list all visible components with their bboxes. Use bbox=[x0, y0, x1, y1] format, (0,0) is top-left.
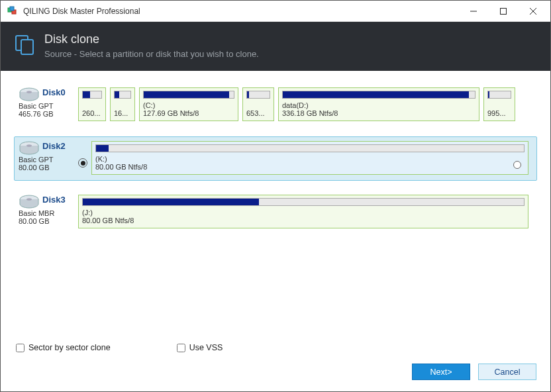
partition-radio[interactable] bbox=[513, 161, 521, 169]
hard-disk-icon bbox=[19, 195, 40, 209]
partition-size: 16... bbox=[114, 109, 131, 117]
usage-bar bbox=[114, 91, 131, 99]
close-button[interactable] bbox=[518, 1, 548, 21]
usage-bar bbox=[246, 91, 270, 99]
partition-label bbox=[246, 101, 270, 109]
partition-size: 336.18 GB Ntfs/8 bbox=[282, 109, 476, 117]
partitions: 260... 16...(C:)127.69 GB Ntfs/8 653...d… bbox=[78, 87, 532, 121]
sector-by-sector-checkbox[interactable]: Sector by sector clone bbox=[16, 343, 111, 352]
titlebar: QILING Disk Master Professional bbox=[1, 1, 550, 22]
usage-bar bbox=[95, 144, 525, 152]
partition-label: (K:) bbox=[95, 155, 525, 163]
wizard-header: Disk clone Source - Select a partition o… bbox=[1, 22, 550, 71]
footer-buttons: Next> Cancel bbox=[412, 364, 536, 380]
partition[interactable]: 995... bbox=[483, 87, 515, 121]
disk-row[interactable]: Disk2Basic GPT80.00 GB(K:)80.00 GB Ntfs/… bbox=[14, 136, 537, 181]
partition[interactable]: 16... bbox=[110, 87, 135, 121]
svg-point-12 bbox=[26, 144, 32, 147]
svg-rect-4 bbox=[500, 8, 506, 14]
partition-label bbox=[487, 101, 511, 109]
disk-info: Disk3Basic MBR80.00 GB bbox=[19, 195, 78, 225]
partition-label: data(D:) bbox=[282, 101, 476, 109]
usage-bar bbox=[82, 198, 525, 206]
disk-list: Disk0Basic GPT465.76 GB 260... 16...(C:)… bbox=[1, 71, 550, 248]
options-row: Sector by sector clone Use VSS bbox=[16, 343, 223, 352]
partitions: (K:)80.00 GB Ntfs/8 bbox=[91, 141, 532, 175]
disk-info: Disk2Basic GPT80.00 GB bbox=[19, 141, 78, 172]
page-subtitle: Source - Select a partition or disk that… bbox=[44, 49, 259, 59]
disk-size: 465.76 GB bbox=[19, 110, 78, 118]
disk-row[interactable]: Disk3Basic MBR80.00 GB(J:)80.00 GB Ntfs/… bbox=[14, 190, 537, 234]
disk-type: Basic GPT bbox=[19, 156, 78, 164]
usage-bar bbox=[82, 91, 102, 99]
vss-checkbox-input[interactable] bbox=[177, 344, 185, 352]
partition-size: 260... bbox=[82, 109, 102, 117]
partition[interactable]: data(D:)336.18 GB Ntfs/8 bbox=[278, 87, 479, 121]
disk-type: Basic GPT bbox=[19, 102, 78, 110]
disk-size: 80.00 GB bbox=[19, 217, 78, 225]
window-title: QILING Disk Master Professional bbox=[23, 7, 458, 16]
usage-bar bbox=[282, 91, 476, 99]
partition[interactable]: 653... bbox=[242, 87, 274, 121]
app-logo-icon bbox=[7, 6, 18, 17]
sector-checkbox-input[interactable] bbox=[16, 344, 25, 352]
partitions: (J:)80.00 GB Ntfs/8 bbox=[78, 195, 532, 228]
partition-size: 80.00 GB Ntfs/8 bbox=[95, 163, 525, 171]
disk-radio[interactable] bbox=[78, 158, 87, 168]
svg-rect-2 bbox=[10, 7, 14, 11]
partition-size: 80.00 GB Ntfs/8 bbox=[82, 217, 525, 224]
partition-label bbox=[82, 101, 102, 109]
svg-point-14 bbox=[26, 198, 32, 201]
usage-bar bbox=[143, 91, 234, 99]
cancel-button[interactable]: Cancel bbox=[478, 364, 536, 380]
use-vss-checkbox[interactable]: Use VSS bbox=[177, 343, 223, 352]
partition[interactable]: 260... bbox=[78, 87, 106, 121]
maximize-button[interactable] bbox=[488, 1, 518, 21]
disk-size: 80.00 GB bbox=[19, 164, 78, 172]
hard-disk-icon bbox=[19, 87, 40, 102]
partition[interactable]: (K:)80.00 GB Ntfs/8 bbox=[91, 141, 528, 175]
disk-info: Disk0Basic GPT465.76 GB bbox=[19, 87, 78, 118]
svg-rect-8 bbox=[21, 40, 33, 54]
partition-label bbox=[114, 101, 131, 109]
partition-label: (J:) bbox=[82, 209, 525, 217]
usage-bar bbox=[487, 91, 511, 99]
hard-disk-icon bbox=[19, 141, 40, 156]
partition-size: 127.69 GB Ntfs/8 bbox=[143, 109, 234, 117]
partition-size: 995... bbox=[487, 109, 511, 117]
disk-row[interactable]: Disk0Basic GPT465.76 GB 260... 16...(C:)… bbox=[14, 83, 537, 127]
next-button[interactable]: Next> bbox=[412, 364, 470, 380]
partition-label: (C:) bbox=[143, 101, 234, 109]
partition-size: 653... bbox=[246, 109, 270, 117]
partition[interactable]: (J:)80.00 GB Ntfs/8 bbox=[78, 195, 528, 228]
svg-point-10 bbox=[26, 91, 32, 93]
disk-clone-icon bbox=[14, 34, 35, 55]
minimize-button[interactable] bbox=[458, 1, 488, 21]
partition[interactable]: (C:)127.69 GB Ntfs/8 bbox=[139, 87, 238, 121]
page-title: Disk clone bbox=[44, 32, 259, 46]
disk-type: Basic MBR bbox=[19, 209, 78, 217]
